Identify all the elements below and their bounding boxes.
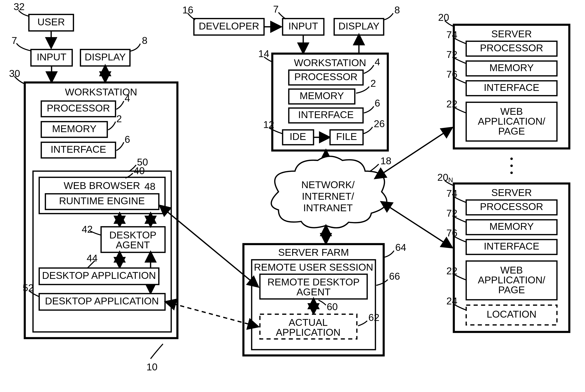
leader-8b	[384, 13, 393, 20]
arrow-cloud-server-bot	[382, 202, 452, 247]
input-left-label: INPUT	[37, 52, 66, 62]
developer-label: DEVELOPER	[199, 20, 259, 32]
ref-42: 42	[82, 224, 93, 235]
remote-agent-l1: REMOTE DESKTOP	[267, 276, 360, 288]
memory-left-label: MEMORY	[52, 123, 97, 134]
desktop-app-44-label: DESKTOP APPLICATION	[42, 270, 156, 281]
ref-72a: 72	[446, 49, 457, 60]
processor-mid-label: PROCESSOR	[294, 71, 358, 82]
desktop-app-52-label: DESKTOP APPLICATION	[45, 296, 159, 306]
actual-l1: ACTUAL	[289, 317, 328, 328]
ref-62: 62	[368, 312, 379, 323]
ref-74b: 74	[446, 188, 457, 199]
diagram-root: USER 32 INPUT 7 DISPLAY 8 WORKSTATION 30…	[0, 0, 585, 392]
workstation-mid-label: WORKSTATION	[294, 57, 366, 68]
leader-18	[370, 164, 379, 172]
webapp-srv1-l2: APPLICATION/	[478, 116, 545, 127]
ref-2b: 2	[371, 78, 376, 89]
ref-48: 48	[144, 181, 155, 192]
ref-2a: 2	[116, 113, 122, 124]
remote-session-label: REMOTE USER SESSION	[254, 262, 373, 273]
memory-mid-label: MEMORY	[300, 90, 344, 101]
dots-2	[510, 164, 513, 167]
interface-left-label: INTERFACE	[51, 144, 106, 155]
ref-4a: 4	[125, 93, 130, 104]
leader-10	[151, 344, 163, 359]
display-left-label: DISPLAY	[85, 52, 126, 62]
ref-76b: 76	[446, 228, 457, 238]
ref-12: 12	[263, 119, 274, 130]
ref-22b: 22	[446, 266, 457, 276]
input-mid-label: INPUT	[288, 20, 318, 32]
ref-18: 18	[380, 156, 391, 166]
processor-left-label: PROCESSOR	[47, 103, 110, 114]
ref-44: 44	[87, 253, 98, 264]
ref-4b: 4	[375, 56, 380, 68]
dots-1	[510, 158, 513, 160]
ref-40: 40	[134, 165, 145, 176]
server-top-label: SERVER	[491, 28, 532, 39]
processor-srv1-label: PROCESSOR	[480, 42, 543, 54]
ref-24: 24	[446, 296, 457, 306]
memory-srv1-label: MEMORY	[489, 62, 534, 73]
memory-srv2-label: MEMORY	[489, 221, 534, 232]
actual-l2: APPLICATION	[276, 327, 341, 338]
cloud-l1: NETWORK/	[301, 179, 355, 190]
desktop-agent-l2: AGENT	[116, 240, 150, 250]
ref-16: 16	[182, 4, 193, 16]
ref-20n: 20N	[437, 172, 453, 184]
interface-srv2-label: INTERFACE	[484, 241, 539, 252]
ref-26: 26	[374, 118, 385, 129]
ref-74a: 74	[446, 29, 457, 40]
webapp-srv2-l1: WEB	[500, 265, 523, 276]
server-farm-label: SERVER FARM	[278, 247, 349, 258]
server-bot-label: SERVER	[491, 187, 532, 198]
interface-mid-label: INTERFACE	[298, 109, 354, 120]
ref-8a: 8	[142, 35, 147, 46]
cloud-l2: INTERNET/	[302, 191, 354, 202]
ref-30: 30	[9, 68, 20, 79]
ref-64: 64	[395, 242, 406, 253]
ref-14: 14	[258, 48, 269, 59]
leader-64	[384, 250, 394, 257]
web-browser-label: WEB BROWSER	[64, 180, 140, 191]
leader-7a	[17, 43, 31, 51]
ide-label: IDE	[290, 131, 306, 142]
ref-76a: 76	[446, 69, 457, 80]
ref-52: 52	[23, 282, 34, 293]
ref-8b: 8	[394, 4, 400, 16]
ref-60: 60	[327, 301, 338, 312]
ref-32: 32	[14, 1, 25, 12]
file-label: FILE	[336, 131, 357, 142]
ref-6b: 6	[375, 98, 380, 108]
ref-10: 10	[146, 362, 157, 372]
dots-3	[510, 172, 513, 174]
ref-6a: 6	[125, 134, 130, 145]
interface-srv1-label: INTERFACE	[484, 82, 539, 93]
ref-7b: 7	[273, 4, 279, 15]
processor-srv2-label: PROCESSOR	[480, 201, 543, 212]
leader-8a	[130, 44, 140, 51]
remote-agent-l2: AGENT	[297, 286, 331, 298]
webapp-srv1-l3: PAGE	[498, 126, 525, 137]
display-mid-label: DISPLAY	[338, 20, 379, 32]
cloud-l3: INTRANET	[303, 202, 353, 213]
location-label: LOCATION	[487, 309, 536, 320]
user-label: USER	[37, 16, 65, 28]
ref-22a: 22	[446, 98, 457, 110]
webapp-srv1-l1: WEB	[500, 106, 523, 117]
ref-20: 20	[438, 12, 449, 23]
webapp-srv2-l3: PAGE	[498, 284, 525, 295]
runtime-engine-label: RUNTIME ENGINE	[59, 196, 145, 206]
ref-66: 66	[389, 271, 400, 282]
webapp-srv2-l2: APPLICATION/	[478, 274, 545, 286]
ref-7a: 7	[12, 35, 17, 46]
desktop-agent-l1: DESKTOP	[109, 230, 157, 240]
ref-72b: 72	[446, 208, 457, 219]
